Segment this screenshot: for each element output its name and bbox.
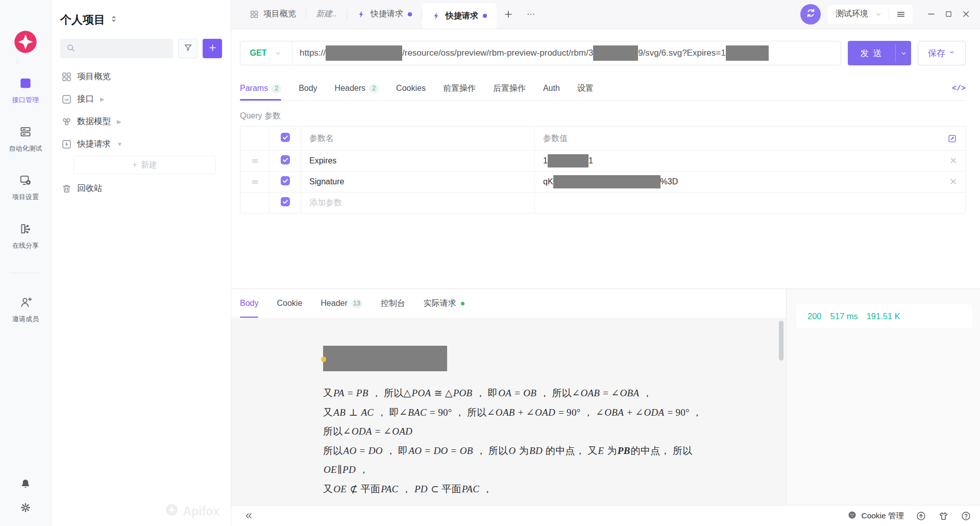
tree-item-quick-request[interactable]: 快捷请求▼ bbox=[60, 133, 222, 155]
tab-new[interactable]: 新建.. bbox=[306, 0, 347, 29]
request-tab-label: Body bbox=[299, 84, 317, 93]
tree-item-project-overview[interactable]: 项目概览 bbox=[60, 65, 222, 88]
chevron-right-icon: ▶ bbox=[100, 96, 104, 103]
rail-item-label: 邀请成员 bbox=[12, 315, 39, 324]
url-segment: 1 bbox=[543, 156, 548, 165]
unsaved-dot bbox=[408, 12, 412, 16]
unsaved-dot bbox=[483, 14, 487, 18]
svg-text:96: 96 bbox=[23, 81, 29, 86]
table-header-row: 参数名参数值 bbox=[240, 127, 965, 150]
delete-param-icon[interactable]: ✕ bbox=[945, 176, 957, 187]
redacted-block bbox=[326, 45, 402, 61]
collapse-sidebar-icon[interactable] bbox=[243, 511, 254, 521]
response-tab-cookie[interactable]: Cookie bbox=[277, 289, 302, 318]
request-editor: GET https:///resource/oss/preview/rbm-pr… bbox=[231, 29, 980, 289]
apifox-logo-icon[interactable] bbox=[12, 29, 39, 55]
project-overview-icon bbox=[61, 71, 72, 82]
param-name-cell[interactable]: Signature bbox=[301, 172, 534, 192]
environment-selector[interactable]: 测试环境 bbox=[827, 5, 913, 24]
bolt-icon bbox=[357, 10, 366, 19]
new-tab-button[interactable] bbox=[497, 0, 520, 29]
request-tab-headers[interactable]: Headers2 bbox=[335, 77, 379, 100]
checkbox-checked[interactable] bbox=[280, 176, 290, 188]
drag-handle-cell bbox=[240, 193, 269, 213]
send-button[interactable]: 发 送 bbox=[848, 41, 911, 65]
theme-shirt-icon[interactable] bbox=[938, 511, 949, 521]
menu-burger-icon[interactable] bbox=[889, 9, 913, 19]
sync-button[interactable] bbox=[800, 4, 821, 25]
tree-item-trash[interactable]: 回收站 bbox=[60, 177, 222, 200]
rail-item-project-settings[interactable]: 项目设置 bbox=[12, 174, 39, 202]
rail-item-invite-member[interactable]: 邀请成员 bbox=[12, 296, 39, 324]
tab-overview[interactable]: 项目概览 bbox=[240, 0, 306, 29]
rail-item-api-management[interactable]: 96接口管理 bbox=[12, 77, 39, 105]
request-tab-cookies[interactable]: Cookies bbox=[396, 77, 426, 100]
checkbox-checked[interactable] bbox=[280, 197, 290, 209]
add-button[interactable] bbox=[203, 39, 222, 58]
rail-item-automation-test[interactable]: 自动化测试 bbox=[9, 125, 42, 153]
rail-item-label: 自动化测试 bbox=[9, 144, 42, 153]
request-tab-前置操作[interactable]: 前置操作 bbox=[443, 77, 476, 100]
window-close-button[interactable] bbox=[958, 7, 973, 22]
request-tab-auth[interactable]: Auth bbox=[543, 77, 560, 100]
add-param-cell[interactable]: 添加参数 bbox=[301, 193, 534, 213]
new-quick-request-button[interactable]: +新建 bbox=[74, 156, 216, 174]
param-name-cell[interactable]: Expires bbox=[301, 151, 534, 171]
response-tab-label: 实际请求 bbox=[424, 298, 456, 309]
query-params-table: 参数名参数值Expires11✕SignatureqK%3D✕添加参数 bbox=[240, 126, 966, 213]
param-value-cell[interactable] bbox=[534, 193, 965, 213]
upload-circle-icon[interactable] bbox=[916, 511, 926, 521]
notification-bell-icon[interactable] bbox=[19, 478, 32, 490]
response-tab-body[interactable]: Body bbox=[240, 289, 258, 318]
project-switcher[interactable]: 个人项目 bbox=[60, 12, 222, 28]
redacted-block bbox=[553, 175, 660, 188]
response-scrollbar[interactable] bbox=[779, 321, 783, 361]
window-maximize-button[interactable] bbox=[941, 7, 956, 22]
checkbox-checked[interactable] bbox=[280, 132, 290, 145]
bulk-edit-icon[interactable] bbox=[947, 134, 957, 144]
code-view-icon[interactable]: </> bbox=[952, 84, 966, 93]
request-tab-label: 后置操作 bbox=[493, 83, 526, 94]
chevron-down-icon: ▼ bbox=[117, 141, 122, 147]
cookie-manager-label: Cookie 管理 bbox=[861, 511, 904, 521]
request-tab-body[interactable]: Body bbox=[299, 77, 317, 100]
checkbox-checked[interactable] bbox=[280, 155, 290, 167]
search-input[interactable] bbox=[60, 39, 173, 58]
url-input[interactable]: GET https:///resource/oss/preview/rbm-pr… bbox=[240, 41, 841, 65]
response-tab-header[interactable]: Header13 bbox=[321, 289, 362, 318]
filter-button[interactable] bbox=[178, 39, 198, 58]
tree-item-api[interactable]: 96接口▶ bbox=[60, 88, 222, 110]
param-value: qK%3D bbox=[543, 175, 678, 188]
tree-item-data-model[interactable]: 数据模型▶ bbox=[60, 110, 222, 133]
tab-quick2[interactable]: 快捷请求 bbox=[422, 3, 497, 29]
cookie-manager-button[interactable]: Cookie 管理 bbox=[847, 510, 904, 522]
window-minimize-button[interactable] bbox=[923, 7, 939, 22]
help-circle-icon[interactable] bbox=[961, 511, 971, 521]
drag-handle-icon[interactable] bbox=[251, 178, 259, 186]
rail-item-label: 在线分享 bbox=[12, 241, 39, 250]
redacted-block bbox=[548, 154, 589, 168]
response-tab-实际请求[interactable]: 实际请求 bbox=[424, 289, 464, 318]
request-tabs: Params2BodyHeaders2Cookies前置操作后置操作Auth设置… bbox=[240, 77, 966, 101]
request-tab-设置[interactable]: 设置 bbox=[577, 77, 594, 100]
drag-handle-icon[interactable] bbox=[251, 157, 259, 165]
delete-param-icon[interactable]: ✕ bbox=[945, 155, 957, 166]
param-value-cell[interactable]: qK%3D✕ bbox=[534, 172, 965, 192]
apifox-window: 96接口管理自动化测试项目设置在线分享邀请成员 个人项目 项目概览96接口▶数据… bbox=[0, 0, 980, 526]
method-select[interactable]: GET bbox=[240, 49, 292, 58]
settings-gear-icon[interactable] bbox=[19, 501, 32, 514]
send-options-chevron-icon[interactable] bbox=[896, 41, 911, 65]
request-tab-后置操作[interactable]: 后置操作 bbox=[493, 77, 526, 100]
tab-quick1[interactable]: 快捷请求 bbox=[347, 0, 422, 29]
save-button[interactable]: 保存 bbox=[918, 41, 966, 65]
more-tabs-button[interactable]: ⋯ bbox=[520, 0, 542, 29]
response-meta-panel: 200 517 ms 191.51 K bbox=[787, 289, 980, 505]
response-tab-控制台[interactable]: 控制台 bbox=[381, 289, 405, 318]
param-value-cell[interactable]: 11✕ bbox=[534, 151, 965, 171]
rail-item-label: 接口管理 bbox=[12, 95, 39, 105]
response-tab-label: Body bbox=[240, 299, 258, 308]
rail-item-online-share[interactable]: 在线分享 bbox=[12, 222, 39, 250]
green-dot bbox=[461, 302, 464, 305]
request-tab-params[interactable]: Params2 bbox=[240, 77, 281, 100]
response-body-preview: 又PA = PB ， 所以△POA ≅ △POB ， 即OA = OB ， 所以… bbox=[231, 318, 786, 505]
